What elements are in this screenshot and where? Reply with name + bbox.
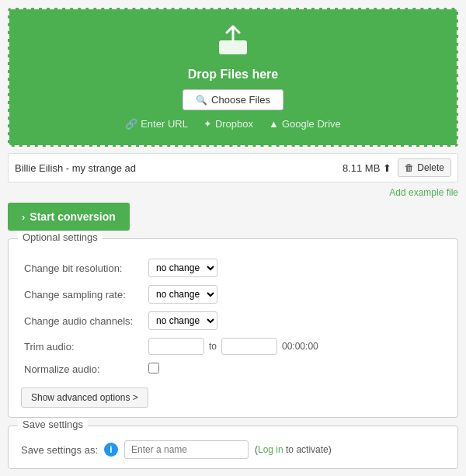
optional-settings-panel: Optional settings Change bit resolution:…	[8, 238, 458, 418]
choose-files-button[interactable]: 🔍 Choose Files	[183, 89, 283, 110]
save-row: Save settings as: i (Log in to activate)	[21, 440, 445, 459]
link-icon: 🔗	[125, 118, 137, 130]
enter-url-label: Enter URL	[141, 118, 188, 130]
trim-audio-row: Trim audio: to 00:00:00	[21, 334, 445, 359]
normalize-audio-label: Normalize audio:	[21, 359, 145, 380]
login-activate-text: (Log in to activate)	[255, 444, 332, 455]
info-icon[interactable]: i	[104, 443, 118, 457]
search-icon: 🔍	[196, 95, 207, 106]
file-name: Billie Eilish - my strange ad	[15, 162, 336, 174]
delete-button[interactable]: 🗑 Delete	[398, 158, 451, 177]
trim-row: to 00:00:00	[148, 338, 442, 355]
enter-url-link[interactable]: 🔗 Enter URL	[125, 118, 188, 130]
delete-label: Delete	[417, 162, 444, 173]
trim-to-label: to	[209, 341, 217, 352]
save-settings-panel: Save settings Save settings as: i (Log i…	[8, 426, 458, 469]
file-size: 8.11 MB ⬆	[343, 162, 391, 174]
normalize-checkbox[interactable]	[148, 363, 159, 374]
start-conversion-label-top: Start conversion	[30, 210, 115, 223]
audio-channels-select[interactable]: no change Mono Stereo	[148, 311, 217, 330]
start-conversion-button-top[interactable]: › Start conversion	[8, 203, 130, 231]
trim-to-input[interactable]	[221, 338, 277, 355]
chevron-icon-top: ›	[22, 211, 25, 223]
add-example-link[interactable]: Add example file	[389, 187, 458, 198]
delete-icon: 🗑	[405, 162, 414, 173]
save-name-input[interactable]	[124, 440, 249, 459]
trim-from-input[interactable]	[148, 338, 204, 355]
drop-text: Drop Files here	[25, 68, 441, 82]
normalize-audio-row: Normalize audio:	[21, 359, 445, 380]
file-upload-icon: ⬆	[383, 162, 391, 174]
google-drive-link[interactable]: ▲ Google Drive	[269, 118, 341, 130]
optional-settings-legend: Optional settings	[18, 231, 103, 243]
show-advanced-options-button[interactable]: Show advanced options >	[21, 387, 148, 408]
save-as-label: Save settings as:	[21, 444, 98, 456]
drop-zone[interactable]: Drop Files here 🔍 Choose Files 🔗 Enter U…	[8, 8, 458, 147]
trim-time-display: 00:00:00	[282, 341, 318, 352]
dropbox-label: Dropbox	[215, 118, 253, 130]
bit-resolution-row: Change bit resolution: no change 8 bit 1…	[21, 255, 445, 281]
toolbar-row: Add example file	[8, 187, 458, 198]
show-advanced-options-label: Show advanced options >	[31, 392, 138, 403]
google-drive-label: Google Drive	[282, 118, 341, 130]
upload-icon	[25, 25, 441, 63]
sampling-rate-row: Change sampling rate: no change 8000 Hz …	[21, 281, 445, 307]
links-row: 🔗 Enter URL ✦ Dropbox ▲ Google Drive	[25, 118, 441, 130]
sampling-rate-label: Change sampling rate:	[21, 281, 145, 307]
audio-channels-label: Change audio channels:	[21, 307, 145, 334]
bit-resolution-label: Change bit resolution:	[21, 255, 145, 281]
bit-resolution-select[interactable]: no change 8 bit 16 bit 24 bit 32 bit	[148, 259, 217, 277]
sampling-rate-select[interactable]: no change 8000 Hz 11025 Hz 22050 Hz 4410…	[148, 285, 217, 304]
save-settings-legend: Save settings	[18, 419, 88, 430]
audio-channels-row: Change audio channels: no change Mono St…	[21, 307, 445, 334]
trim-audio-label: Trim audio:	[21, 334, 145, 359]
dropbox-icon: ✦	[203, 118, 212, 130]
file-row: Billie Eilish - my strange ad 8.11 MB ⬆ …	[8, 153, 458, 182]
settings-table: Change bit resolution: no change 8 bit 1…	[21, 255, 445, 380]
dropbox-link[interactable]: ✦ Dropbox	[203, 118, 253, 130]
login-link[interactable]: Log in	[258, 444, 283, 455]
google-drive-icon: ▲	[269, 118, 279, 130]
file-size-value: 8.11 MB	[343, 162, 380, 174]
choose-files-label: Choose Files	[211, 94, 270, 106]
